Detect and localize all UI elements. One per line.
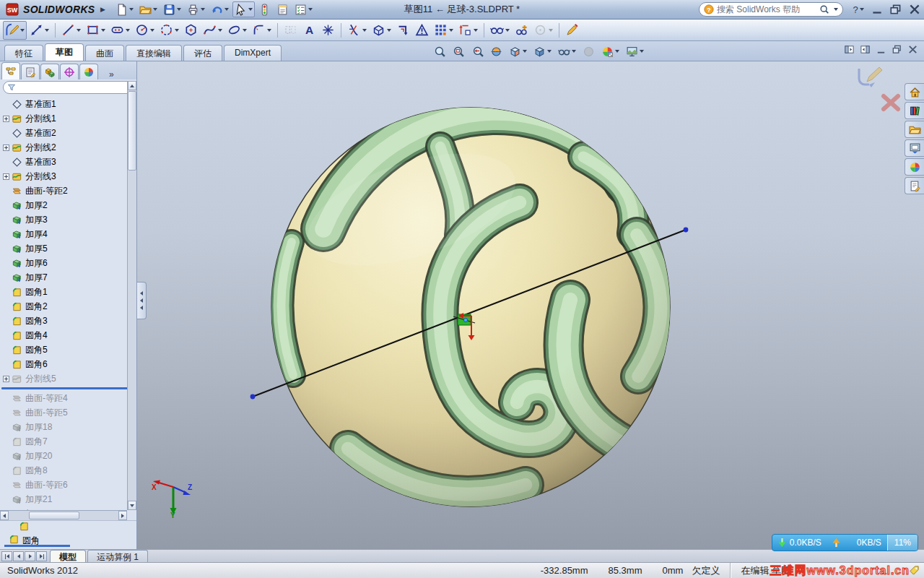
view-orientation-button[interactable] [507,43,529,59]
tree-vertical-scrollbar[interactable] [127,81,136,510]
command-tab-DimXpert[interactable]: DimXpert [224,45,282,61]
dropdown-arrow-icon[interactable] [77,29,81,32]
rapid-sketch-button[interactable] [563,21,581,40]
scroll-last-tab-button[interactable] [36,551,47,561]
search-dropdown-icon[interactable] [834,8,838,11]
panel-tab-configurationmanager[interactable] [40,64,59,79]
dropdown-arrow-icon[interactable] [505,29,510,32]
task-pane-tab-design-library[interactable] [905,102,924,119]
bottom-tab-运动算例 1[interactable]: 运动算例 1 [87,550,148,562]
traffic-light-button[interactable] [256,1,273,17]
quick-tip-tag-icon[interactable] [909,565,920,576]
close-doc-button[interactable] [907,44,918,57]
slot-button[interactable] [108,21,132,40]
panel-tab-propertymanager[interactable] [21,64,40,79]
dropdown-arrow-icon[interactable] [153,8,157,11]
ellipse-button[interactable] [225,21,249,40]
dropdown-arrow-icon[interactable] [243,29,247,32]
panel-splitter-handle[interactable] [137,282,147,319]
tree-item-圆角1[interactable]: 圆角1 [0,285,136,299]
apply-scene-button[interactable] [624,43,646,59]
tree-item-加厚4[interactable]: 加厚4 [0,227,136,241]
tree-item-基准面3[interactable]: 基准面3 [0,155,136,169]
command-tab-评估[interactable]: 评估 [183,45,222,61]
command-tab-草图[interactable]: 草图 [45,43,84,61]
expand-icon[interactable] [3,376,9,382]
command-tab-直接编辑[interactable]: 直接编辑 [126,45,182,61]
tree-item-分割线1[interactable]: 分割线1 [0,111,136,126]
scroll-right-button[interactable] [118,511,127,520]
tree-item-加厚20[interactable]: 加厚20 [0,449,136,463]
text-button[interactable]: A [300,21,318,40]
tree-item-分割线5[interactable]: 分割线5 [0,371,136,386]
command-tab-特征[interactable]: 特征 [4,45,43,61]
dropdown-arrow-icon[interactable] [225,8,229,11]
repair-sketch-button[interactable] [413,21,431,40]
panel-tab-dimxpertmanager[interactable] [60,64,79,79]
dropdown-arrow-icon[interactable] [201,8,205,11]
point-button[interactable] [319,21,337,40]
line-button[interactable] [59,21,83,40]
print-button[interactable] [185,1,207,17]
dropdown-arrow-icon[interactable] [129,8,134,11]
zoom-area-button[interactable] [450,43,467,59]
close-button[interactable] [908,4,921,15]
convert-entities-button[interactable] [370,21,393,40]
dropdown-arrow-icon[interactable] [150,29,154,32]
scroll-next-tab-button[interactable] [25,551,35,561]
zoom-fit-button[interactable] [432,43,448,59]
perimeter-circle-button[interactable] [157,21,181,40]
minimize-button[interactable] [871,4,884,15]
tree-item-圆角4[interactable]: 圆角4 [0,328,136,342]
tree-item-加厚21[interactable]: 加厚21 [0,492,136,506]
dropdown-arrow-icon[interactable] [523,50,527,53]
search-icon[interactable] [819,4,829,14]
display-style-button[interactable] [531,43,554,59]
previous-view-button[interactable] [469,43,486,59]
linear-pattern-button[interactable] [432,21,456,40]
tree-item-分割线2[interactable]: 分割线2 [0,140,136,155]
tree-item-圆角5[interactable]: 圆角5 [0,342,136,357]
panel-tabs-overflow-button[interactable]: » [109,69,114,79]
hide-show-items-button[interactable] [556,43,578,59]
tree-item-曲面-等距2[interactable]: 曲面-等距2 [0,184,136,198]
tree-filter-box[interactable] [3,81,134,94]
network-speed-widget[interactable]: 0.0KB/S 0KB/S 11% [772,534,918,551]
circle-button[interactable] [133,21,157,40]
tree-item-圆角7[interactable]: 圆角7 [0,434,136,449]
menu-expand-arrow[interactable]: ▶ [97,3,108,16]
tree-item-加厚7[interactable]: 加厚7 [0,270,136,285]
task-pane-tab-custom-properties[interactable] [905,177,924,194]
dropdown-arrow-icon[interactable] [387,29,391,32]
expand-icon[interactable] [3,116,9,122]
dropdown-arrow-icon[interactable] [20,29,25,32]
pane-left-doc-button[interactable] [844,44,855,57]
tree-item-加厚18[interactable]: 加厚18 [0,420,136,434]
restore-doc-button[interactable] [892,44,902,57]
tree-item-圆角8[interactable]: 圆角8 [0,463,136,478]
tree-item-曲面-等距6[interactable]: 曲面-等距6 [0,478,136,492]
dropdown-arrow-icon[interactable] [218,29,222,32]
panel-tab-featuremanager[interactable] [1,62,20,79]
expand-icon[interactable] [3,144,9,151]
dropdown-arrow-icon[interactable] [267,29,271,32]
task-pane-tab-appearances[interactable] [905,158,924,176]
open-file-button[interactable] [137,1,160,17]
soccer-ball[interactable] [271,108,755,506]
tree-item-加厚5[interactable]: 加厚5 [0,241,136,256]
dropdown-arrow-icon[interactable] [449,29,453,32]
rectangle-button[interactable] [84,21,108,40]
minimize-doc-button[interactable] [876,44,886,57]
file-properties-button[interactable] [274,1,291,17]
dropdown-arrow-icon[interactable] [362,29,367,32]
rollback-bar[interactable] [1,387,132,389]
help-search-box[interactable]: ? 搜索 SolidWorks 帮助 [699,2,843,17]
save-button[interactable] [161,1,183,17]
cancel-sketch-icon[interactable] [884,96,898,109]
tree-item-曲面-等距5[interactable]: 曲面-等距5 [0,405,136,420]
scrollbar-thumb[interactable] [128,91,136,171]
task-pane-tab-home[interactable] [905,83,924,100]
scroll-left-button[interactable] [0,511,9,520]
tree-item-加厚2[interactable]: 加厚2 [0,198,136,212]
scroll-up-button[interactable] [128,81,136,90]
